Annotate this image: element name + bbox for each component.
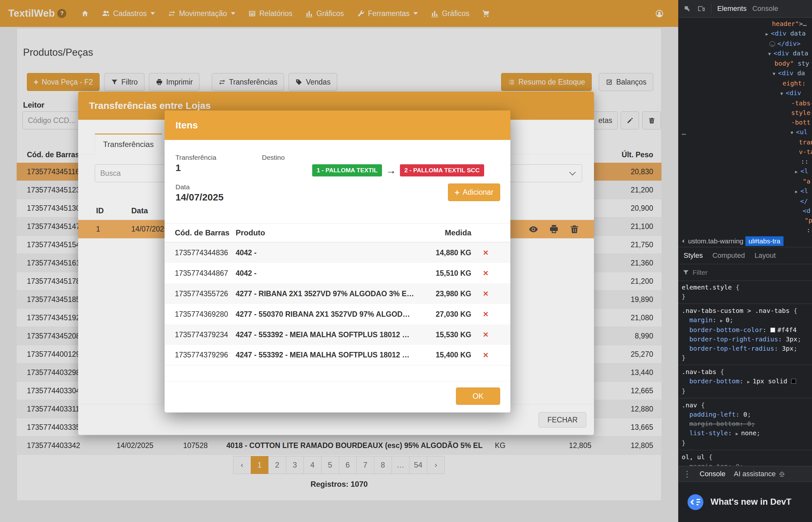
transferencia-value: 1 xyxy=(176,162,181,173)
dom-tree-line[interactable]: ▶ <l xyxy=(678,166,812,177)
cell-produto: 4042 - xyxy=(236,248,415,257)
cell-produto: 4277 - 550370 RIBANA 2X1 3527VD 97% ALGO… xyxy=(236,310,415,319)
breadcrumb-item-selected[interactable]: ul#tabs-tra xyxy=(745,236,784,246)
cell-medida: 15,400 KG xyxy=(415,351,471,359)
dots-vertical-icon[interactable]: ⋮ xyxy=(683,469,691,479)
breadcrumb-back-icon[interactable] xyxy=(678,238,688,244)
destination-store-badge: 2 - PALLOMA TEXTIL SCC xyxy=(400,164,484,177)
destino-badges: 1 - PALLOMA TEXTIL → 2 - PALLOMA TEXTIL … xyxy=(312,164,484,177)
styles-pane-tab[interactable]: Layout xyxy=(754,252,775,260)
css-rule-line[interactable]: .nav-tabs-custom > .nav-tabs { xyxy=(678,304,812,316)
item-row: 1735774344836 4042 - 14,880 KG × xyxy=(165,242,510,263)
dom-tree-line[interactable]: ▼ <ul xyxy=(678,127,812,137)
textilweb-app: TextilWeb ? Cadastros Movimentação Relat… xyxy=(0,0,678,522)
screenshot-root: TextilWeb ? Cadastros Movimentação Relat… xyxy=(0,0,812,522)
column-header-produto: Produto xyxy=(236,228,415,237)
css-rule-line[interactable]: ol, ul { xyxy=(678,450,812,462)
css-rule-line[interactable]: border-bottom: ▶ 1px solid xyxy=(678,377,812,386)
ok-button[interactable]: OK xyxy=(456,387,500,405)
scale-icon xyxy=(778,470,786,478)
dom-tree-line[interactable]: ▶ <l xyxy=(678,186,812,196)
dom-tree-line[interactable]: "a xyxy=(678,177,812,186)
cell-medida: 15,530 KG xyxy=(415,330,471,339)
dom-tree-line[interactable]: :: xyxy=(678,225,812,235)
css-rule-line[interactable]: border-top-left-radius: 3px; xyxy=(678,344,812,353)
css-rule-line[interactable]: } xyxy=(678,386,812,396)
dom-tree-line[interactable]: body" sty xyxy=(678,59,812,68)
css-rule-line[interactable]: list-style: ▶ none; xyxy=(678,428,812,438)
drawer-tab-console[interactable]: Console xyxy=(699,470,726,478)
css-rule-line[interactable]: .nav { xyxy=(678,398,812,410)
tab-elements[interactable]: Elements xyxy=(717,4,747,13)
dom-tree-line[interactable]: ▶ <div data xyxy=(678,28,812,39)
css-rule-line[interactable]: border-bottom-color: #f4f4 xyxy=(678,325,812,335)
tab-console[interactable]: Console xyxy=(752,4,778,13)
dom-tree-line[interactable]: "p xyxy=(678,216,812,225)
destino-label: Destino xyxy=(262,154,285,161)
device-toolbar-icon[interactable] xyxy=(697,4,705,13)
remove-item-icon[interactable]: × xyxy=(471,247,500,258)
css-rule-line[interactable]: element.style { xyxy=(678,283,812,292)
styles-pane-tab[interactable]: Computed xyxy=(712,252,745,260)
dom-tree: … header">… ▶ <div data …</div> ▼ <div d… xyxy=(678,18,812,235)
inspect-element-icon[interactable] xyxy=(683,4,691,13)
itens-modal-title: Itens xyxy=(165,111,510,140)
css-rule-line[interactable]: margin: ▶ 0; xyxy=(678,316,812,325)
css-rule-line[interactable]: padding-left: 0; xyxy=(678,410,812,419)
elements-breadcrumb: ustom.tab-warning ul#tabs-tra xyxy=(678,235,812,247)
dom-tree-line[interactable]: ▼ <div da xyxy=(678,68,812,78)
styles-filter-input[interactable] xyxy=(693,269,757,276)
css-rule-line[interactable]: border-top-right-radius: 3px; xyxy=(678,335,812,344)
column-header-barcode: Cód. de Barras xyxy=(175,228,236,237)
remove-item-icon[interactable]: × xyxy=(471,268,500,278)
css-rule-line[interactable]: } xyxy=(678,292,812,301)
itens-modal: Itens Transferência 1 Destino 1 - PALLOM… xyxy=(165,111,510,413)
cell-barcode: 1735774379296 xyxy=(175,351,236,359)
breadcrumb-item[interactable]: ustom.tab-warning xyxy=(688,237,744,245)
remove-item-icon[interactable]: × xyxy=(471,350,500,360)
cell-barcode: 1735774379234 xyxy=(175,330,236,339)
adicionar-button[interactable]: +Adicionar xyxy=(448,183,500,201)
dom-tree-line[interactable]: -bott xyxy=(678,118,812,127)
cell-produto: 4042 - xyxy=(236,269,415,278)
remove-item-icon[interactable]: × xyxy=(471,309,500,319)
dom-tree-line[interactable]: </ xyxy=(678,196,812,206)
dom-tree-line[interactable]: tran xyxy=(678,137,812,147)
css-rule-line[interactable]: } xyxy=(678,353,812,362)
dom-tree-line[interactable]: style- xyxy=(678,108,812,118)
cell-barcode: 1735774344836 xyxy=(175,248,236,257)
styles-filter-bar xyxy=(678,264,812,281)
dom-tree-line[interactable]: v-ta xyxy=(678,147,812,157)
whats-new-bar[interactable]: What's new in DevT xyxy=(678,482,812,522)
cell-barcode: 1735774344867 xyxy=(175,269,236,278)
dom-tree-line[interactable]: header">… xyxy=(678,19,812,28)
dom-tree-line[interactable]: …</div> xyxy=(678,39,812,48)
devtools-panel: Elements Console … header">… ▶ <div data… xyxy=(678,0,812,522)
cell-barcode: 1735774369280 xyxy=(175,310,236,319)
more-actions-icon[interactable]: … xyxy=(682,128,686,137)
cell-medida: 15,510 KG xyxy=(415,269,471,278)
remove-item-icon[interactable]: × xyxy=(471,288,500,299)
css-rule-line[interactable]: margin-bottom: 0; xyxy=(678,419,812,428)
dom-tree-line[interactable]: ▼ <div xyxy=(678,88,812,98)
dom-tree-line[interactable]: ▼ <div data xyxy=(678,48,812,59)
dom-tree-line[interactable]: eight: xyxy=(678,78,812,88)
cell-medida: 27,030 KG xyxy=(415,310,471,319)
cell-medida: 14,880 KG xyxy=(415,248,471,257)
itens-table: 1735774344836 4042 - 14,880 KG × 1735774… xyxy=(165,242,510,365)
styles-pane-tab[interactable]: Styles xyxy=(684,252,703,260)
drawer-tab-ai-assistance[interactable]: AI assistance xyxy=(734,470,786,478)
remove-item-icon[interactable]: × xyxy=(471,329,500,340)
css-rule-line[interactable]: } xyxy=(678,438,812,448)
dom-tree-line[interactable]: :: xyxy=(678,157,812,166)
dom-tree-line[interactable]: -tabs- xyxy=(678,98,812,108)
cell-produto: 4277 - RIBANA 2X1 3527VD 97% ALGODAO 3% … xyxy=(236,289,415,298)
divider xyxy=(711,4,711,14)
plus-icon: + xyxy=(455,188,460,197)
item-row: 1735774379234 4247 - 553392 - MEIA MALHA… xyxy=(165,324,510,345)
dom-tree-line[interactable]: <d xyxy=(678,206,812,216)
whats-new-text: What's new in DevT xyxy=(710,497,791,507)
css-rule-line[interactable]: .nav-tabs { xyxy=(678,365,812,377)
styles-pane-tabs: Styles Computed Layout xyxy=(678,247,812,264)
css-rule-line[interactable]: margin-top: 0; xyxy=(678,462,812,466)
